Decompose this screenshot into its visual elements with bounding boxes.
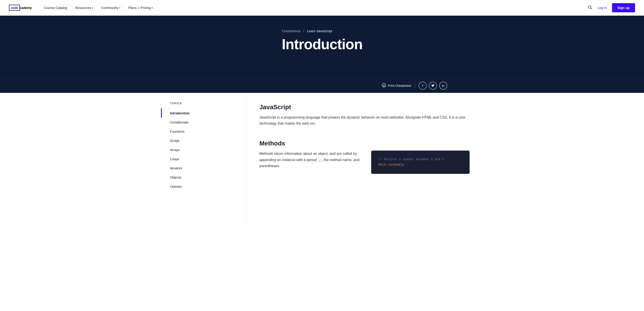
methods-section-title: Methods <box>260 140 470 147</box>
javascript-section: JavaScript JavaScript is a programming l… <box>260 104 470 129</box>
breadcrumb: Cheatsheets / Learn JavaScript <box>282 29 447 33</box>
methods-code-block: // Returns a number between 0 and 1 Math… <box>371 151 470 174</box>
plans-chevron-icon: ▾ <box>152 7 153 9</box>
login-button[interactable]: Log in <box>598 6 607 10</box>
sidebar-item-scope[interactable]: Scope <box>161 136 246 145</box>
print-cheatsheet-button[interactable]: Print Cheatsheet <box>382 83 411 89</box>
navbar: code cademy Course Catalog Resources ▾ C… <box>0 0 644 16</box>
javascript-section-text: JavaScript is a programming language tha… <box>260 114 470 129</box>
sidebar-item-introduction[interactable]: Introduction <box>161 109 246 118</box>
logo[interactable]: code cademy <box>9 5 32 11</box>
inline-code-dot: . <box>318 158 322 162</box>
search-button[interactable] <box>588 5 592 11</box>
resources-chevron-icon: ▾ <box>92 7 93 9</box>
main-layout: TOPICS Introduction Conditionals Functio… <box>161 93 483 227</box>
community-chevron-icon: ▾ <box>119 7 120 9</box>
logo-suffix: cademy <box>20 6 32 10</box>
sidebar: TOPICS Introduction Conditionals Functio… <box>161 93 246 227</box>
code-parens: (); <box>399 163 404 166</box>
signup-button[interactable]: Sign up <box>612 3 635 12</box>
nav-course-catalog[interactable]: Course Catalog <box>40 0 71 16</box>
javascript-section-title: JavaScript <box>260 104 470 111</box>
methods-section: Methods Methods return information about… <box>260 140 470 174</box>
javascript-section-body: JavaScript is a programming language tha… <box>260 114 470 129</box>
print-icon <box>382 83 386 89</box>
methods-section-body: Methods return information about an obje… <box>260 151 470 174</box>
main-content: JavaScript JavaScript is a programming l… <box>246 93 483 227</box>
nav-plans-pricing[interactable]: Plans + Pricing ▾ <box>124 0 157 16</box>
twitter-share-button[interactable] <box>429 82 437 90</box>
topics-label: TOPICS <box>161 102 246 109</box>
sidebar-item-iterators[interactable]: Iterators <box>161 164 246 173</box>
linkedin-icon: in <box>442 84 444 88</box>
facebook-share-button[interactable]: f <box>418 82 427 90</box>
sidebar-item-conditionals[interactable]: Conditionals <box>161 118 246 127</box>
code-content: // Returns a number between 0 and 1 Math… <box>378 157 462 168</box>
nav-actions: Log in Sign up <box>588 3 635 12</box>
nav-links: Course Catalog Resources ▾ Community ▾ P… <box>40 0 588 16</box>
nav-resources[interactable]: Resources ▾ <box>71 0 97 16</box>
sidebar-item-loops[interactable]: Loops <box>161 154 246 164</box>
methods-section-text: Methods return information about an obje… <box>260 151 362 172</box>
sidebar-item-arrays[interactable]: Arrays <box>161 145 246 154</box>
facebook-icon: f <box>422 84 423 88</box>
code-math: Math <box>378 163 386 166</box>
action-bar-divider <box>415 83 415 89</box>
print-label: Print Cheatsheet <box>388 84 411 88</box>
code-dot: . <box>386 163 388 166</box>
linkedin-share-button[interactable]: in <box>439 82 447 90</box>
page-title: Introduction <box>282 37 447 52</box>
twitter-icon <box>431 84 434 88</box>
nav-community[interactable]: Community ▾ <box>97 0 124 16</box>
breadcrumb-cheatsheets[interactable]: Cheatsheets <box>282 29 300 33</box>
svg-line-1 <box>591 8 592 9</box>
logo-box: code <box>9 5 20 11</box>
search-icon <box>588 5 592 11</box>
hero-section: Cheatsheets / Learn JavaScript Introduct… <box>0 16 644 78</box>
breadcrumb-current: Learn JavaScript <box>307 29 332 33</box>
action-bar: Print Cheatsheet f in <box>0 78 644 93</box>
code-comment: // Returns a number between 0 and 1 <box>378 158 444 161</box>
breadcrumb-separator: / <box>303 29 305 33</box>
code-random: random <box>388 163 399 166</box>
sidebar-item-functions[interactable]: Functions <box>161 127 246 136</box>
sidebar-item-classes[interactable]: Classes <box>161 182 246 191</box>
social-share-icons: f in <box>418 82 447 90</box>
sidebar-item-objects[interactable]: Objects <box>161 173 246 182</box>
